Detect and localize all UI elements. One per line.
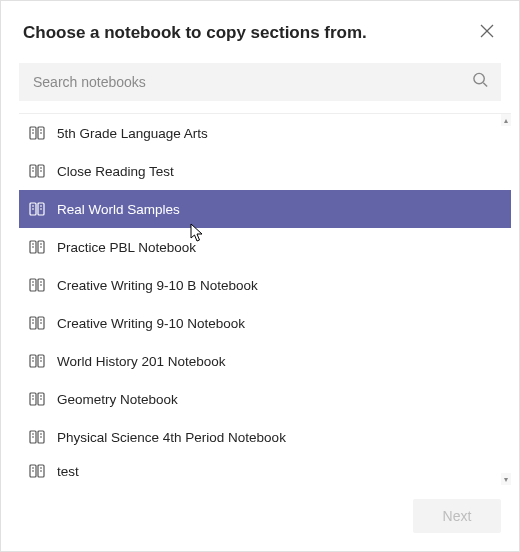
notebook-icon [29, 392, 45, 406]
choose-notebook-dialog: Choose a notebook to copy sections from.… [0, 0, 520, 552]
notebook-label: 5th Grade Language Arts [57, 126, 208, 141]
notebook-label: Creative Writing 9-10 B Notebook [57, 278, 258, 293]
notebook-item[interactable]: Real World Samples [19, 190, 511, 228]
notebook-label: Practice PBL Notebook [57, 240, 196, 255]
search-input[interactable] [19, 63, 501, 101]
notebook-item[interactable]: Close Reading Test [19, 152, 511, 190]
close-icon [480, 24, 494, 42]
notebook-item[interactable]: Creative Writing 9-10 B Notebook [19, 266, 511, 304]
notebook-item[interactable]: Geometry Notebook [19, 380, 511, 418]
notebook-item[interactable]: World History 201 Notebook [19, 342, 511, 380]
notebook-icon [29, 464, 45, 478]
notebook-item[interactable]: Physical Science 4th Period Notebook [19, 418, 511, 456]
notebook-icon [29, 316, 45, 330]
notebook-item[interactable]: test [19, 456, 511, 478]
notebook-label: Creative Writing 9-10 Notebook [57, 316, 245, 331]
notebook-icon [29, 202, 45, 216]
notebook-label: World History 201 Notebook [57, 354, 226, 369]
notebook-label: Physical Science 4th Period Notebook [57, 430, 286, 445]
notebook-label: test [57, 464, 79, 478]
notebook-item[interactable]: Practice PBL Notebook [19, 228, 511, 266]
notebook-icon [29, 164, 45, 178]
next-button[interactable]: Next [413, 499, 501, 533]
notebook-label: Geometry Notebook [57, 392, 178, 407]
scroll-up-arrow[interactable]: ▴ [501, 114, 511, 126]
notebook-label: Close Reading Test [57, 164, 174, 179]
notebook-icon [29, 430, 45, 444]
notebook-list[interactable]: 5th Grade Language ArtsClose Reading Tes… [19, 114, 511, 485]
dialog-title: Choose a notebook to copy sections from. [23, 23, 367, 43]
notebook-list-container: 5th Grade Language ArtsClose Reading Tes… [19, 113, 511, 485]
scroll-down-arrow[interactable]: ▾ [501, 473, 511, 485]
notebook-icon [29, 278, 45, 292]
close-button[interactable] [475, 21, 499, 45]
notebook-item[interactable]: Creative Writing 9-10 Notebook [19, 304, 511, 342]
notebook-icon [29, 354, 45, 368]
notebook-icon [29, 240, 45, 254]
dialog-header: Choose a notebook to copy sections from. [1, 1, 519, 63]
notebook-icon [29, 126, 45, 140]
dialog-footer: Next [1, 485, 519, 551]
notebook-label: Real World Samples [57, 202, 180, 217]
search-field [19, 63, 501, 101]
notebook-item[interactable]: 5th Grade Language Arts [19, 114, 511, 152]
